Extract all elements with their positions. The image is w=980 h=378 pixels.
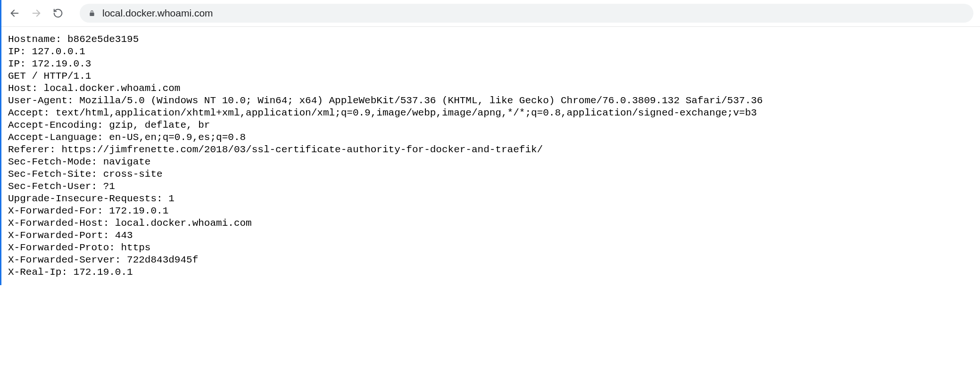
arrow-right-icon	[31, 8, 42, 18]
response-line: Accept: text/html,application/xhtml+xml,…	[8, 107, 980, 119]
reload-button[interactable]	[51, 7, 65, 20]
response-line: Host: local.docker.whoami.com	[8, 82, 980, 95]
response-line: Upgrade-Insecure-Requests: 1	[8, 193, 980, 205]
arrow-left-icon	[9, 8, 20, 18]
browser-toolbar: local.docker.whoami.com	[1, 0, 980, 27]
response-line: Referer: https://jimfrenette.com/2018/03…	[8, 144, 980, 156]
response-line: Accept-Language: en-US,en;q=0.9,es;q=0.8	[8, 131, 980, 144]
page-content: Hostname: b862e5de3195IP: 127.0.0.1IP: 1…	[1, 27, 980, 285]
response-line: X-Forwarded-Port: 443	[8, 230, 980, 242]
response-line: X-Forwarded-Host: local.docker.whoami.co…	[8, 217, 980, 230]
response-line: Hostname: b862e5de3195	[8, 33, 980, 46]
lock-icon	[88, 9, 96, 17]
response-line: IP: 172.19.0.3	[8, 58, 980, 70]
response-line: Sec-Fetch-Mode: navigate	[8, 156, 980, 168]
reload-icon	[53, 8, 63, 18]
response-line: Sec-Fetch-User: ?1	[8, 181, 980, 193]
response-line: Sec-Fetch-Site: cross-site	[8, 168, 980, 181]
response-line: Accept-Encoding: gzip, deflate, br	[8, 119, 980, 131]
url-text: local.docker.whoami.com	[102, 8, 213, 19]
response-line: IP: 127.0.0.1	[8, 46, 980, 58]
response-line: X-Forwarded-Proto: https	[8, 242, 980, 254]
response-line: GET / HTTP/1.1	[8, 70, 980, 82]
response-line: User-Agent: Mozilla/5.0 (Windows NT 10.0…	[8, 95, 980, 107]
forward-button[interactable]	[30, 7, 43, 20]
back-button[interactable]	[8, 7, 21, 20]
response-line: X-Real-Ip: 172.19.0.1	[8, 266, 980, 279]
address-bar[interactable]: local.docker.whoami.com	[80, 4, 973, 23]
response-line: X-Forwarded-Server: 722d843d945f	[8, 254, 980, 266]
response-line: X-Forwarded-For: 172.19.0.1	[8, 205, 980, 217]
